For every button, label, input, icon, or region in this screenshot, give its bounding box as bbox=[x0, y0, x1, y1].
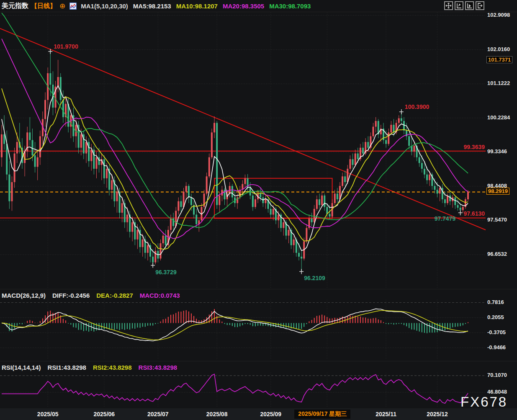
x-axis-month-label: 2025/05 bbox=[29, 411, 67, 417]
x-axis-month-label: 2025/07 bbox=[139, 411, 177, 417]
labels-overlay: 102.9098102.0160101.1222100.228499.33469… bbox=[0, 0, 517, 420]
y-axis-price-label: 102.9098 bbox=[487, 12, 510, 18]
low-price-annotation: 96.3729 bbox=[155, 269, 177, 276]
x-axis-month-label: 2025/08 bbox=[198, 411, 236, 417]
chart-toolbar bbox=[444, 1, 484, 10]
y-axis-price-label: 102.0160 bbox=[487, 46, 510, 52]
scale-axis-right-icon[interactable] bbox=[465, 1, 474, 10]
high-price-annotation: 100.3900 bbox=[405, 103, 429, 110]
crosshair-date-badge: 2025/09/17 星期三 bbox=[294, 410, 350, 419]
low-price-annotation: 96.2109 bbox=[304, 275, 325, 281]
x-axis-month-label: 2025/06 bbox=[85, 411, 123, 417]
alert-price-badge: 101.7371 bbox=[486, 56, 512, 63]
low-price-annotation: 97.7479 bbox=[435, 215, 456, 222]
ma20-value: MA20:98.3505 bbox=[223, 3, 264, 10]
y-axis-price-label: 97.5470 bbox=[487, 216, 507, 223]
macd-axis-label: 0.7816 bbox=[487, 299, 504, 305]
y-axis-price-label: 99.3346 bbox=[487, 148, 507, 155]
topbar: 美元指数 【日线】 ⊕ MA1(5,10,20,30) MA5:98.2153 … bbox=[0, 0, 517, 12]
x-axis-month-label: 2025/11 bbox=[367, 411, 405, 417]
y-axis-price-label: 96.6532 bbox=[487, 251, 507, 257]
last-price-badge: 98.2919 bbox=[486, 188, 509, 195]
x-axis-month-label: 2025/12 bbox=[419, 411, 456, 417]
scale-axis-left-icon[interactable] bbox=[455, 1, 463, 10]
chart-type-icon[interactable] bbox=[69, 3, 77, 10]
watermark: FX678 bbox=[460, 394, 507, 410]
pan-icon[interactable] bbox=[444, 1, 453, 10]
add-indicator-icon[interactable]: ⊕ bbox=[59, 2, 65, 10]
trading-chart-app: 美元指数 【日线】 ⊕ MA1(5,10,20,30) MA5:98.2153 … bbox=[0, 0, 517, 420]
collapse-panel-icon[interactable] bbox=[476, 1, 484, 10]
hline-price-label: 99.3639 bbox=[452, 144, 485, 150]
macd-axis-label: -0.9466 bbox=[487, 344, 506, 350]
ma-settings-label[interactable]: MA1(5,10,20,30) bbox=[81, 3, 128, 10]
y-axis-price-label: 101.1222 bbox=[487, 80, 510, 86]
macd-axis-label: -0.3705 bbox=[487, 329, 506, 335]
ma10-value: MA10:98.1207 bbox=[176, 3, 218, 10]
ma30-value: MA30:98.7093 bbox=[269, 3, 311, 10]
ma5-value: MA5:98.2153 bbox=[133, 3, 171, 10]
high-price-annotation: 101.9700 bbox=[54, 43, 78, 50]
period-selector[interactable]: 【日线】 bbox=[31, 2, 56, 10]
hline-price-label: 97.6130 bbox=[452, 210, 485, 217]
symbol-title: 美元指数 bbox=[2, 2, 28, 10]
x-axis-month-label: 2025/09 bbox=[252, 411, 290, 417]
rsi-axis-label: 70.1070 bbox=[487, 372, 507, 378]
y-axis-price-label: 100.2284 bbox=[487, 114, 510, 121]
macd-axis-label: 0.2055 bbox=[487, 314, 504, 320]
